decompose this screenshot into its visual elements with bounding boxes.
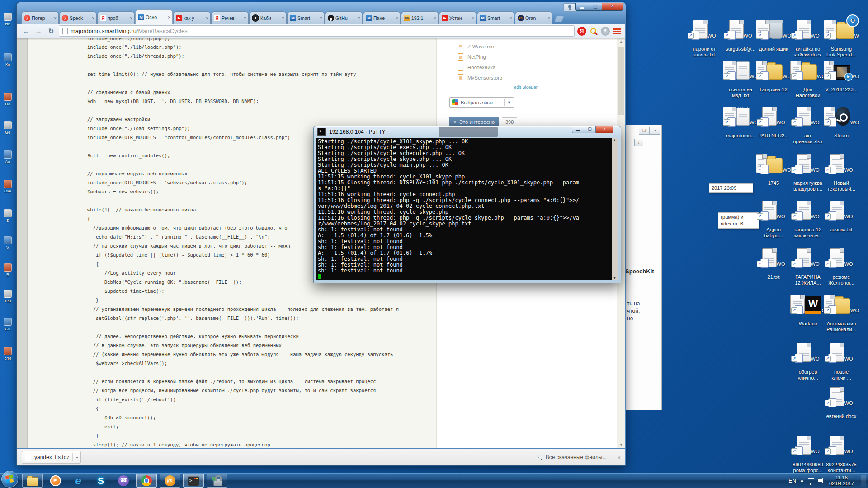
desktop-icon[interactable]: W O ↗ Для Налоговой [790, 52, 826, 104]
edit-sidebar-link[interactable]: edit SideBar [514, 84, 538, 89]
desktop-icon[interactable]: W O ↗ V_20161223... [824, 52, 859, 99]
yandex-extension-icon[interactable]: Я [577, 27, 586, 36]
browser-tab[interactable]: Осно × [135, 9, 173, 24]
desktop-icon-partial[interactable]: В [0, 263, 15, 277]
minimize-button[interactable]: ▂ [572, 126, 584, 133]
tab-close-icon[interactable]: × [509, 16, 513, 21]
desktop-icon-partial[interactable]: V [0, 236, 15, 250]
desktop-icon[interactable]: W O ↗ Warface [790, 286, 826, 333]
sidebar-link[interactable]: MySensors.org [437, 72, 617, 83]
desktop-icon[interactable]: W O ↗ резюме Желтоног... [824, 239, 859, 292]
tab-close-icon[interactable]: × [205, 16, 209, 21]
desktop-icon-partial[interactable]: Не [0, 13, 15, 26]
tab-close-icon[interactable]: × [547, 16, 551, 21]
tab-close-icon[interactable]: × [281, 16, 285, 21]
forward-button[interactable]: → [33, 26, 43, 36]
desktop-icon[interactable]: W O ↗ евгений.docx [824, 379, 859, 425]
reload-button[interactable]: ↻ [46, 26, 56, 36]
desktop-icon[interactable]: W O ↗ ГАГАРИНА 12 ЖИЛА... [790, 239, 826, 292]
desktop-icon-partial[interactable]: Пл [0, 93, 15, 106]
network-icon[interactable] [808, 478, 814, 483]
scroll-up-icon[interactable]: ▲ [617, 40, 625, 44]
scroll-down-icon[interactable]: ▼ [617, 443, 625, 447]
taskbar-app-button[interactable] [136, 474, 157, 488]
desktop-icon[interactable]: W O ↗ обогрев улично... [790, 334, 826, 387]
desktop-icon[interactable]: W O ↗ Адрес бабуш... [756, 192, 791, 244]
url-text[interactable]: majordomo.smartliving.ru/Main/BasicsCycl… [71, 28, 188, 34]
desktop-icon[interactable]: W O ↗ 89224303575 Константи... [824, 427, 859, 479]
taskbar-app-button[interactable] [68, 474, 88, 487]
sidebar-link[interactable]: Ноотехника [437, 62, 617, 72]
show-desktop-button[interactable] [861, 475, 866, 487]
tab-close-icon[interactable]: × [243, 16, 247, 21]
desktop-icon-partial[interactable]: Ко [0, 53, 15, 67]
desktop-icon-partial[interactable]: Ал [0, 150, 15, 164]
taskbar-app-button[interactable] [207, 474, 227, 488]
language-select[interactable]: Выбрать язык ▼ [449, 97, 514, 108]
desktop-icon[interactable]: W O ↗ majordomo... [723, 98, 758, 145]
tab-close-icon[interactable]: × [357, 16, 361, 21]
desktop-icon[interactable]: W O ↗ 89044660980 рома форс... [790, 427, 826, 479]
desktop-icon[interactable]: W O ↗ Автомагазин Рационали... [824, 286, 859, 338]
desktop-icon[interactable]: W O ↗ 21.txt [756, 239, 791, 286]
hidden-icons-arrow[interactable] [800, 479, 804, 482]
desktop-icon-partial[interactable]: Окн [0, 180, 15, 193]
browser-tab[interactable]: Устан × [439, 11, 476, 24]
desktop-icon[interactable]: W O ↗ Гагарина 12 [756, 52, 791, 99]
address-bar[interactable]: majordomo.smartliving.ru/Main/BasicsCycl… [59, 25, 575, 37]
terminal-scrollbar[interactable] [612, 138, 618, 280]
desktop-icon[interactable]: W O ↗ долгий ящик [756, 11, 791, 58]
desktop-icon[interactable]: W O ↗ PARTNER2... [756, 98, 791, 145]
taskbar-clock[interactable]: 11:16 02.04.2017 [826, 475, 857, 487]
desktop-icon-partial[interactable]: Gu [0, 318, 15, 331]
putty-titlebar[interactable]: >_ 192.168.0.104 - PuTTY [317, 128, 386, 136]
maximize-button[interactable]: ❐ [639, 127, 650, 135]
browser-tab[interactable]: Smart × [287, 11, 325, 24]
taskbar-app-button[interactable] [22, 474, 43, 488]
sidebar-link[interactable]: Z-Wave.me [437, 41, 617, 52]
desktop-icon[interactable]: W O ↗ Steam [824, 98, 859, 145]
start-button[interactable] [1, 471, 18, 488]
browser-tab[interactable]: проб × [97, 11, 135, 24]
browser-tab[interactable]: Speck × [59, 11, 97, 24]
close-button[interactable]: × [650, 127, 660, 135]
desktop-icon[interactable]: W O ↗ Новый текстовый... [824, 145, 859, 198]
browser-tab[interactable]: как у × [173, 11, 211, 24]
taskbar-app-button[interactable] [160, 474, 180, 488]
desktop-icon[interactable]: W O ↗ мария гужва владировн... [790, 145, 826, 198]
back-button[interactable]: ← [21, 26, 31, 36]
browser-tab[interactable]: 192.1 × [401, 11, 439, 24]
taskbar-app-button[interactable] [183, 474, 204, 488]
taskbar-app-button[interactable] [91, 474, 111, 487]
desktop-icon[interactable]: W O ↗ surgut-sk@... [723, 11, 758, 58]
browser-tab[interactable]: Smart × [477, 11, 514, 24]
terminal[interactable]: Starting ./scripts/cycle_X101_skype.php … [316, 138, 618, 280]
sidebar-link[interactable]: NetPing [437, 52, 617, 62]
close-button[interactable]: × [595, 126, 613, 133]
desktop-icon[interactable]: W O ↗ акт приемки.xlsx [790, 98, 826, 150]
tab-close-icon[interactable]: × [91, 16, 95, 21]
location-extension-icon[interactable] [601, 27, 610, 36]
desktop-icon[interactable]: W O ↗ 1745 [756, 145, 791, 192]
tab-close-icon[interactable]: × [129, 16, 133, 21]
desktop-icon-partial[interactable]: Теа [0, 290, 15, 303]
browser-tab[interactable]: Oran × [515, 11, 552, 24]
desktop-icon[interactable]: W O ↗ пароли от алисы.txt [687, 11, 722, 64]
scroll-down-button[interactable]: ↓ [634, 139, 643, 146]
taskbar-app-button[interactable] [113, 474, 133, 487]
tab-close-icon[interactable]: × [319, 16, 323, 21]
tab-close-icon[interactable]: × [167, 15, 171, 20]
key-extension-icon[interactable] [589, 27, 598, 36]
maximize-button[interactable]: ▢ [589, 3, 602, 11]
maximize-button[interactable]: ▢ [584, 126, 595, 133]
browser-menu-icon[interactable] [613, 27, 622, 36]
all-downloads-link[interactable]: Все скачанные файлы... [546, 454, 607, 460]
close-download-bar-icon[interactable]: × [617, 454, 621, 461]
profile-button[interactable] [563, 3, 576, 12]
desktop-icon-partial[interactable]: спи [0, 347, 15, 361]
browser-tab[interactable]: Речев × [211, 11, 249, 24]
browser-tab[interactable]: Пане × [363, 11, 401, 24]
tab-close-icon[interactable]: × [53, 16, 57, 21]
minimize-button[interactable]: ▂ [575, 3, 589, 11]
close-button[interactable]: × [602, 3, 623, 11]
